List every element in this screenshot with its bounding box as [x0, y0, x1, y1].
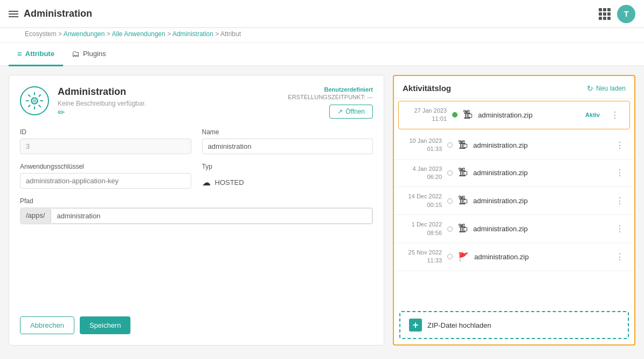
activity-date-5: 25 Nov 2022 11:33 — [401, 248, 442, 265]
reload-icon: ↻ — [587, 84, 593, 93]
breadcrumb-alle-anwendungen[interactable]: Alle Anwendungen — [112, 30, 165, 38]
form-group-key: Anwendungsschlüssel — [20, 163, 191, 189]
activity-dot-5 — [447, 254, 453, 259]
type-field: ☁ HOSTED — [202, 177, 373, 188]
name-label: Name — [202, 128, 373, 136]
activity-date-3: 14 Dec 2022 00:15 — [401, 192, 442, 209]
path-label: Pfad — [20, 197, 373, 205]
zip-icon-3: 🗜 — [458, 195, 468, 206]
activity-item: 14 Dec 2022 00:15 🗜 administration.zip ⋮ — [394, 187, 634, 215]
activity-filename-2: administration.zip — [473, 169, 608, 177]
form-group-type: Typ ☁ HOSTED — [202, 163, 373, 189]
app-header: Administration Keine Beschreibung verfüg… — [20, 86, 373, 118]
cloud-icon: ☁ — [202, 177, 211, 188]
zip-icon-4: 🗜 — [458, 223, 468, 234]
open-icon: ↗ — [337, 108, 343, 115]
activity-dot-2 — [447, 170, 453, 176]
path-input[interactable] — [51, 208, 372, 224]
upload-area[interactable]: + ZIP-Datei hochladen — [399, 311, 629, 339]
activity-item: 1 Dec 2022 08:56 🗜 administration.zip ⋮ — [394, 215, 634, 243]
tabs-bar: ≡ Attribute 🗂 Plugins — [0, 43, 644, 66]
svg-point-1 — [33, 99, 37, 103]
meta-label: Benutzerdefiniert — [288, 86, 373, 93]
plugins-icon: 🗂 — [72, 49, 80, 58]
topbar-left: Administration — [9, 8, 92, 19]
flag-icon-5: 🚩 — [458, 252, 469, 262]
tab-plugins[interactable]: 🗂 Plugins — [63, 43, 115, 66]
breadcrumb-ecosystem: Ecosystem — [25, 30, 57, 38]
main-content: Administration Keine Beschreibung verfüg… — [0, 66, 644, 354]
type-value: HOSTED — [215, 178, 244, 187]
meta-creation: ERSTELLUNGSZEITPUNKT: --- — [288, 94, 373, 100]
cancel-button[interactable]: Abbrechen — [20, 316, 74, 334]
activity-dot-4 — [447, 226, 453, 232]
form-row-id-name: ID Name — [20, 128, 373, 154]
open-label: Öffnen — [345, 108, 365, 115]
more-menu-0[interactable]: ⋮ — [608, 109, 622, 121]
more-menu-5[interactable]: ⋮ — [613, 251, 627, 263]
tab-attribute[interactable]: ≡ Attribute — [9, 43, 63, 66]
activity-item: 10 Jan 2023 01:33 🗜 administration.zip ⋮ — [394, 132, 634, 160]
activity-date-4: 1 Dec 2022 08:56 — [401, 220, 442, 237]
activity-filename-5: administration.zip — [474, 253, 608, 261]
topbar-title: Administration — [24, 8, 92, 19]
activity-list: 27 Jan 2023 11:01 🗜 administration.zip A… — [394, 99, 634, 306]
path-wrap: /apps/ — [20, 208, 373, 224]
reload-label: Neu laden — [596, 85, 626, 92]
form-group-id: ID — [20, 128, 191, 154]
activity-dot-3 — [447, 198, 453, 204]
activity-dot-1 — [447, 142, 453, 148]
activity-filename-4: administration.zip — [473, 225, 608, 233]
activity-item: 27 Jan 2023 11:01 🗜 administration.zip A… — [398, 101, 630, 129]
id-input[interactable] — [20, 139, 191, 154]
activity-dot-0 — [452, 112, 458, 118]
more-menu-2[interactable]: ⋮ — [613, 167, 627, 179]
tab-attribute-label: Attribute — [25, 50, 54, 58]
activity-panel: Aktivitätslog ↻ Neu laden 27 Jan 2023 11… — [393, 75, 635, 346]
id-label: ID — [20, 128, 191, 136]
path-prefix: /apps/ — [20, 208, 51, 224]
tab-plugins-label: Plugins — [83, 50, 106, 58]
activity-badge-0: Aktiv — [585, 112, 600, 118]
activity-header: Aktivitätslog ↻ Neu laden — [394, 76, 634, 99]
form-group-path: Pfad /apps/ — [20, 197, 373, 297]
creation-label: ERSTELLUNGSZEITPUNKT: — [288, 94, 365, 100]
upload-plus-icon: + — [409, 319, 422, 332]
type-label: Typ — [202, 163, 373, 170]
hamburger-menu[interactable] — [9, 11, 18, 17]
breadcrumb-administration[interactable]: Administration — [172, 30, 213, 38]
topbar-right: T — [599, 5, 635, 23]
more-menu-1[interactable]: ⋮ — [613, 139, 627, 151]
edit-icon[interactable]: ✏ — [58, 108, 65, 117]
activity-item: 25 Nov 2022 11:33 🚩 administration.zip ⋮ — [394, 243, 634, 271]
activity-date-2: 4 Jan 2023 06:20 — [401, 165, 442, 182]
key-input[interactable] — [20, 173, 191, 189]
more-menu-4[interactable]: ⋮ — [613, 223, 627, 235]
app-meta: Benutzerdefiniert ERSTELLUNGSZEITPUNKT: … — [288, 86, 373, 119]
save-button[interactable]: Speichern — [80, 316, 131, 334]
creation-value: --- — [367, 94, 373, 100]
grid-icon[interactable] — [599, 8, 611, 20]
reload-button[interactable]: ↻ Neu laden — [587, 84, 626, 93]
topbar: Administration T — [0, 0, 644, 28]
activity-date-0: 27 Jan 2023 11:01 — [406, 107, 447, 123]
zip-icon-1: 🗜 — [458, 140, 468, 151]
more-menu-3[interactable]: ⋮ — [613, 195, 627, 207]
activity-filename-1: administration.zip — [473, 141, 608, 149]
breadcrumb: Ecosystem > Anwendungen > Alle Anwendung… — [0, 28, 644, 43]
activity-item: 4 Jan 2023 06:20 🗜 administration.zip ⋮ — [394, 160, 634, 188]
app-icon-wrap — [20, 86, 49, 115]
left-panel: Administration Keine Beschreibung verfüg… — [9, 75, 384, 346]
list-icon: ≡ — [17, 49, 22, 58]
breadcrumb-anwendungen[interactable]: Anwendungen — [64, 30, 105, 38]
name-input[interactable] — [202, 139, 373, 154]
form-row-key-type: Anwendungsschlüssel Typ ☁ HOSTED — [20, 163, 373, 189]
activity-filename-0: administration.zip — [478, 111, 580, 119]
activity-title: Aktivitätslog — [403, 84, 451, 93]
form-actions: Abbrechen Speichern — [20, 306, 373, 334]
activity-date-1: 10 Jan 2023 01:33 — [401, 137, 442, 154]
open-button[interactable]: ↗ Öffnen — [329, 105, 373, 119]
zip-icon-0: 🗜 — [463, 109, 473, 121]
avatar[interactable]: T — [617, 5, 635, 23]
upload-label: ZIP-Datei hochladen — [427, 321, 491, 329]
